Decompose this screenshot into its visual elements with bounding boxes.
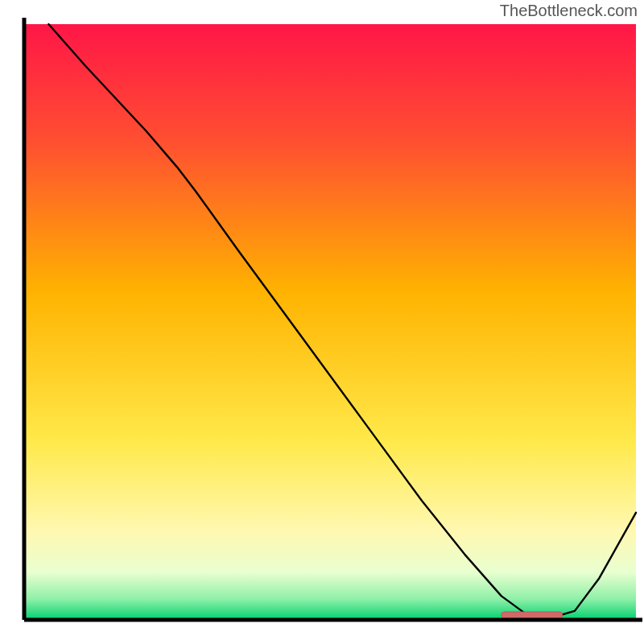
optimum-marker xyxy=(502,612,563,618)
gradient-background xyxy=(24,24,636,620)
watermark-text: TheBottleneck.com xyxy=(500,2,638,20)
chart-svg xyxy=(0,0,644,644)
chart-container: TheBottleneck.com xyxy=(0,0,644,644)
